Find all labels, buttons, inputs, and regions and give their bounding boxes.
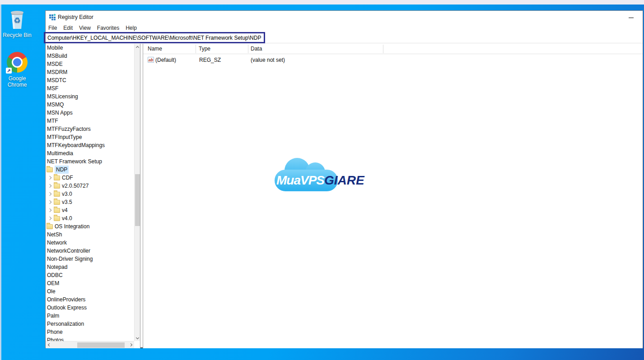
menu-help[interactable]: Help [122,24,140,31]
address-bar[interactable]: Computer\HKEY_LOCAL_MACHINE\SOFTWARE\Mic… [46,33,643,43]
tree-item-label: Phone [47,328,63,336]
tree-item-msdtc[interactable]: MSDTC [46,76,134,84]
chrome-shortcut[interactable]: ↗ GoogleChrome [0,52,37,88]
tree-item-mobile[interactable]: Mobile [46,44,134,52]
regedit-app-icon [49,14,56,23]
tree-item-oem[interactable]: OEM [46,279,134,287]
menu-view[interactable]: View [76,24,94,31]
recycle-bin-shortcut[interactable]: ♻ Recycle Bin [0,9,37,38]
address-path: Computer\HKEY_LOCAL_MACHINE\SOFTWARE\Mic… [47,35,261,41]
tree-item-label: MSDTC [47,76,66,84]
tree-item-mtffuzzyfactors[interactable]: MTFFuzzyFactors [46,125,134,133]
tree-item-label: OEM [47,279,59,287]
menu-file[interactable]: File [46,24,60,31]
tree-item-net-framework-setup[interactable]: NET Framework Setup [46,157,134,166]
tree-item-non-driver-signing[interactable]: Non-Driver Signing [46,255,134,263]
tree-item-ndp[interactable]: NDP [46,166,134,174]
folder-icon [54,208,60,213]
menu-bar: FileEditViewFavoritesHelp [46,24,643,33]
tree-item-notepad[interactable]: Notepad [46,263,134,271]
column-header-data[interactable]: Data [251,46,262,52]
horizontal-scroll-thumb[interactable] [77,342,125,348]
tree-item-odbc[interactable]: ODBC [46,271,134,279]
column-divider[interactable] [383,45,383,53]
tree-item-multimedia[interactable]: Multimedia [46,149,134,157]
tree-item-label: MSBuild [47,52,67,60]
values-list: ab(Default)REG_SZ(value not set) [143,56,643,65]
folder-icon [54,184,60,189]
scroll-left-icon[interactable] [46,342,51,348]
tree-vertical-scrollbar[interactable] [134,44,140,341]
tree-panel: MobileMSBuildMSDEMSDRMMSDTCMSFMSLicensin… [46,44,140,348]
tree-item-label: MTFKeyboardMappings [47,141,105,149]
tree-item-label: Non-Driver Signing [47,255,93,263]
tree-item-v4[interactable]: v4 [46,206,134,214]
tree-item-personalization[interactable]: Personalization [46,320,134,328]
tree-item-palm[interactable]: Palm [46,312,134,320]
tree-item-mslicensing[interactable]: MSLicensing [46,92,134,101]
chevron-right-icon[interactable] [48,208,51,212]
tree-item-msde[interactable]: MSDE [46,60,134,68]
tree-item-mtf[interactable]: MTF [46,117,134,125]
recycle-bin-icon: ♻ [8,9,27,31]
tree-item-msn-apps[interactable]: MSN Apps [46,109,134,117]
value-row[interactable]: ab(Default)REG_SZ(value not set) [143,56,643,65]
tree-item-photos[interactable]: Photos [46,336,134,341]
tree-item-label: ODBC [47,271,63,279]
tree-item-msf[interactable]: MSF [46,84,134,92]
tree-item-label: v4.0 [62,214,72,222]
tree-item-cdf[interactable]: CDF [46,174,134,182]
tree-item-msmq[interactable]: MSMQ [46,101,134,109]
tree-item-label: MSMQ [47,101,64,109]
column-divider[interactable] [248,45,248,53]
tree-item-netsh[interactable]: NetSh [46,231,134,239]
tree-item-v3-0[interactable]: v3.0 [46,190,134,198]
top-strip [0,0,644,5]
tree-item-label: MTF [47,117,58,125]
column-divider[interactable] [196,45,196,53]
tree-item-v3-5[interactable]: v3.5 [46,198,134,206]
tree-item-os-integration[interactable]: OS Integration [46,222,134,231]
scroll-down-icon[interactable] [135,335,140,341]
folder-icon [47,224,53,229]
tree-item-mtfinputtype[interactable]: MTFInputType [46,133,134,141]
tree-item-msdrm[interactable]: MSDRM [46,68,134,76]
column-header-name[interactable]: Name [148,46,162,52]
tree-item-onlineproviders[interactable]: OnlineProviders [46,295,134,304]
tree-item-networkcontroller[interactable]: NetworkController [46,247,134,255]
tree-item-label: MSF [47,84,58,92]
tree-item-outlook-express[interactable]: Outlook Express [46,304,134,312]
chevron-right-icon[interactable] [48,200,51,204]
tree-item-v2-0-50727[interactable]: v2.0.50727 [46,182,134,190]
tree-item-label: MSLicensing [47,92,78,101]
tree-item-v4-0[interactable]: v4.0 [46,214,134,222]
tree-item-mtfkeyboardmappings[interactable]: MTFKeyboardMappings [46,141,134,149]
tree-item-ole[interactable]: Ole [46,287,134,295]
scroll-up-icon[interactable] [135,44,140,50]
recycle-bin-label: Recycle Bin [0,32,37,38]
tree-horizontal-scrollbar[interactable] [46,341,134,348]
scroll-right-icon[interactable] [128,342,134,348]
chevron-right-icon[interactable] [48,176,51,180]
menu-edit[interactable]: Edit [60,24,76,31]
chevron-right-icon[interactable] [48,184,51,188]
desktop: ♻ Recycle Bin ↗ GoogleChrome [0,0,644,360]
column-header-type[interactable]: Type [199,46,210,52]
chevron-right-icon[interactable] [48,217,51,220]
tree-item-label: OnlineProviders [47,295,85,304]
tree-item-msbuild[interactable]: MSBuild [46,52,134,60]
tree-item-phone[interactable]: Phone [46,328,134,336]
vertical-scroll-thumb[interactable] [135,174,140,226]
tree-item-label: OS Integration [55,222,89,231]
value-name: (Default) [155,57,176,63]
title-bar[interactable]: Registry Editor [46,11,643,24]
chevron-right-icon[interactable] [48,192,51,196]
list-header: Name Type Data [143,44,643,54]
folder-icon [54,200,60,205]
tree-item-network[interactable]: Network [46,239,134,247]
tree-item-label: MTFFuzzyFactors [47,125,91,133]
minimize-icon [629,18,634,18]
tree-item-label: Multimedia [47,149,73,157]
menu-favorites[interactable]: Favorites [94,24,122,31]
minimize-button[interactable] [625,12,637,22]
